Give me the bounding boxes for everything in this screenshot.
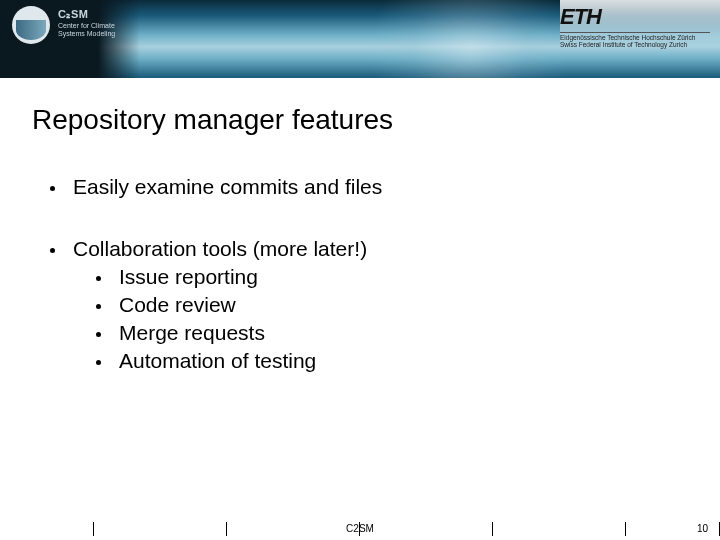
bullet-dot-icon (96, 332, 101, 337)
footer-segment (360, 522, 493, 536)
bullet-text: Collaboration tools (more later!) (73, 237, 367, 261)
bullet-2-2: Code review (96, 293, 382, 317)
bullet-1: Easily examine commits and files (50, 175, 382, 199)
bullet-text: Code review (119, 293, 236, 317)
bullet-text: Easily examine commits and files (73, 175, 382, 199)
eth-logo-block: ETH Eidgenössische Technische Hochschule… (560, 4, 710, 49)
eth-line1: Eidgenössische Technische Hochschule Zür… (560, 34, 710, 41)
bullet-2: Collaboration tools (more later!) (50, 237, 382, 261)
bullet-text: Automation of testing (119, 349, 316, 373)
slide-title: Repository manager features (32, 104, 393, 136)
bullet-text: Issue reporting (119, 265, 258, 289)
bullet-2-1: Issue reporting (96, 265, 382, 289)
footer-segment (94, 522, 227, 536)
footer-segment (493, 522, 626, 536)
eth-logo: ETH (560, 4, 710, 30)
bullet-2-3: Merge requests (96, 321, 382, 345)
org-logo-group: C₂SM Center for Climate Systems Modeling (12, 6, 115, 44)
footer-segment (227, 522, 360, 536)
header-banner: C₂SM Center for Climate Systems Modeling… (0, 0, 720, 78)
org-brand: C₂SM (58, 8, 115, 20)
slide: C₂SM Center for Climate Systems Modeling… (0, 0, 720, 540)
bullet-dot-icon (96, 304, 101, 309)
bullet-2-4: Automation of testing (96, 349, 382, 373)
spacer (50, 199, 382, 237)
footer-center-label: C2SM (346, 523, 374, 534)
eth-subtitle: Eidgenössische Technische Hochschule Zür… (560, 32, 710, 49)
page-number: 10 (697, 523, 708, 534)
bullet-text: Merge requests (119, 321, 265, 345)
org-line2: Systems Modeling (58, 30, 115, 38)
bullet-dot-icon (96, 276, 101, 281)
slide-footer: C2SM 10 (0, 518, 720, 540)
c2sm-logo-icon (12, 6, 50, 44)
bullet-dot-icon (96, 360, 101, 365)
slide-content: Easily examine commits and files Collabo… (50, 175, 382, 373)
org-line1: Center for Climate (58, 22, 115, 30)
bullet-dot-icon (50, 248, 55, 253)
eth-line2: Swiss Federal Institute of Technology Zu… (560, 41, 710, 48)
footer-segment (0, 522, 94, 536)
org-logo-text: C₂SM Center for Climate Systems Modeling (58, 8, 115, 37)
bullet-dot-icon (50, 186, 55, 191)
